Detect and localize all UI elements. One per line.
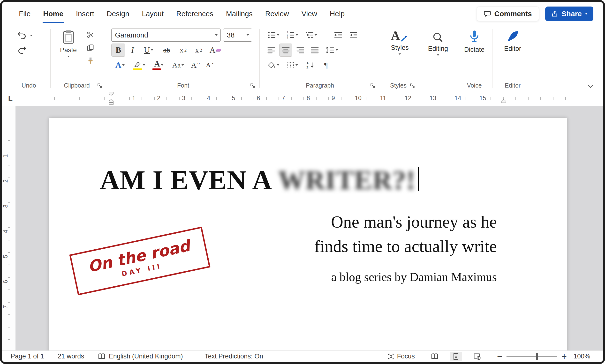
superscript-glyph: x [195,46,199,54]
language-status[interactable]: English (United Kingdom) [109,353,183,360]
grow-font-button[interactable]: Aˆ [189,59,202,72]
paste-button[interactable]: Paste [56,26,81,91]
zoom-slider[interactable] [507,356,557,357]
shading-chevron-icon[interactable] [277,64,279,66]
format-painter-button[interactable] [85,55,96,67]
highlight-chevron-icon[interactable] [143,64,145,66]
word-count[interactable]: 21 words [58,353,84,360]
tab-mailings[interactable]: Mailings [220,2,259,26]
page-count[interactable]: Page 1 of 1 [11,353,44,360]
font-size-select[interactable]: 38 [223,28,252,42]
font-dialog-launcher[interactable] [250,83,256,89]
tab-insert[interactable]: Insert [70,2,100,26]
font-family-select[interactable]: Garamond [111,28,221,42]
justify-button[interactable] [308,43,321,57]
styles-button[interactable]: A Styles [383,26,417,91]
zoom-in-button[interactable]: + [562,351,567,362]
focus-mode-button[interactable]: Focus [387,353,415,360]
decrease-indent-button[interactable] [331,28,345,42]
web-layout-button[interactable] [471,352,484,361]
document-page[interactable]: AM I EVEN AWRITER?! One man's journey as… [49,118,567,351]
increase-indent-button[interactable] [347,28,361,42]
bold-button[interactable]: B [111,43,125,57]
numbering-chevron-icon[interactable] [296,34,298,36]
undo-chevron-icon[interactable] [30,35,32,36]
ruler-v-number: 7 [2,305,10,309]
comments-button[interactable]: Comments [477,7,539,21]
dictate-button[interactable]: Dictate [459,26,490,91]
change-case-chevron-icon[interactable] [182,64,184,66]
undo-icon [17,31,27,40]
bullets-button[interactable] [265,28,282,42]
share-chevron-icon[interactable] [585,13,588,14]
right-indent-marker[interactable] [501,99,506,103]
text-effects-chevron-icon[interactable] [122,64,125,66]
clipboard-group-label: Clipboard [53,82,104,89]
numbering-button[interactable]: 123 [284,28,301,42]
collapse-ribbon-chevron-icon[interactable] [588,82,593,88]
borders-button[interactable] [284,59,301,72]
shading-button[interactable] [265,59,282,72]
tab-home[interactable]: Home [37,2,69,26]
tab-stop-selector[interactable]: L [6,94,15,103]
change-case-button[interactable]: Aa [169,59,187,72]
tab-view[interactable]: View [295,2,323,26]
zoom-out-button[interactable]: − [497,351,502,362]
zoom-level[interactable]: 100% [574,353,594,360]
subscript-button[interactable]: x2 [176,43,190,57]
tab-help[interactable]: Help [323,2,351,26]
underline-chevron-icon[interactable] [151,49,153,51]
paste-chevron-icon[interactable] [67,56,70,57]
redo-button[interactable] [15,43,28,57]
sort-button[interactable]: AZ [302,59,318,72]
font-color-chevron-icon[interactable] [161,64,163,66]
copy-button[interactable] [85,42,96,54]
underline-button[interactable]: U [140,43,157,57]
dialog-launcher-icon [97,83,103,89]
first-line-indent-marker[interactable] [108,92,114,96]
multilevel-list-button[interactable] [302,28,320,42]
zoom-slider-handle[interactable] [536,353,538,360]
clipboard-dialog-launcher[interactable] [97,83,103,89]
styles-button-label: Styles [391,44,409,52]
proofing-status-button[interactable] [98,353,106,360]
paragraph-dialog-launcher[interactable] [370,83,376,89]
highlight-color-button[interactable] [130,59,148,72]
word-window: File Home Insert Design Layout Reference… [0,0,605,364]
decrease-indent-icon [334,31,342,39]
editing-button[interactable]: Editing [423,26,454,91]
align-right-button[interactable] [294,43,307,57]
borders-chevron-icon[interactable] [296,64,298,66]
read-mode-button[interactable] [428,352,441,361]
hanging-indent-marker[interactable] [108,99,114,105]
styles-dialog-launcher[interactable] [409,83,416,89]
tab-file[interactable]: File [13,2,37,26]
editor-button[interactable]: Editor [495,26,530,91]
text-effects-button[interactable]: A [111,59,129,72]
multilevel-chevron-icon[interactable] [315,34,317,36]
align-center-button[interactable] [279,43,292,57]
styles-chevron-icon[interactable] [399,53,401,55]
align-left-button[interactable] [265,43,278,57]
line-spacing-chevron-icon[interactable] [336,49,338,51]
cut-button[interactable] [85,29,96,41]
show-formatting-button[interactable]: ¶ [320,59,333,72]
ruler-h-number: 7 [280,95,287,102]
superscript-button[interactable]: x2 [192,43,206,57]
text-predictions-status[interactable]: Text Predictions: On [205,353,263,360]
print-layout-button[interactable] [450,352,462,361]
undo-button[interactable] [15,29,28,42]
italic-button[interactable]: I [127,43,138,57]
tab-references[interactable]: References [170,2,219,26]
share-button[interactable]: Share [545,7,593,21]
tab-review[interactable]: Review [259,2,295,26]
font-color-button[interactable]: A [150,59,167,72]
tab-layout[interactable]: Layout [135,2,170,26]
editing-chevron-icon[interactable] [437,54,439,56]
strikethrough-button[interactable]: ab [159,43,175,57]
clear-formatting-button[interactable]: A [207,43,223,57]
tab-design[interactable]: Design [100,2,135,26]
shrink-font-button[interactable]: Aˇ [203,59,216,72]
line-spacing-button[interactable] [323,43,341,57]
bullets-chevron-icon[interactable] [277,34,279,36]
